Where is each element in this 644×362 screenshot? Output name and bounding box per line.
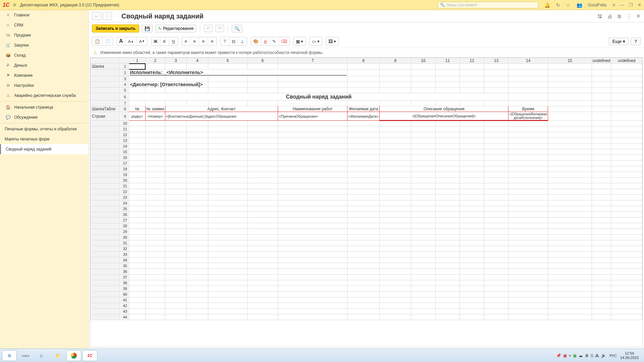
cell[interactable] [208,309,247,314]
clock[interactable]: 12:59 14.09.2023 [620,351,639,360]
cell[interactable] [460,138,484,143]
cell[interactable] [435,252,460,257]
cell[interactable] [186,314,208,320]
cell[interactable] [611,64,642,69]
save-close-button[interactable]: Записать и закрыть [92,24,139,33]
cell[interactable] [165,161,186,166]
cell[interactable] [278,240,347,246]
cell[interactable] [411,212,435,218]
cell[interactable] [592,280,611,286]
save-doc-icon[interactable]: 🖫 [597,13,602,19]
cell[interactable] [435,212,460,218]
cell[interactable] [435,206,460,212]
cell[interactable] [347,246,379,252]
cell[interactable] [347,64,379,69]
cell[interactable] [347,218,379,223]
cell[interactable] [411,172,435,178]
cell[interactable] [347,200,379,206]
cell[interactable] [208,138,247,143]
cell[interactable] [548,93,592,101]
row-number[interactable]: 3 [120,76,130,82]
row-number[interactable]: 41 [120,297,130,303]
cell[interactable] [165,240,186,246]
cell[interactable] [548,200,592,206]
cell[interactable] [548,275,592,280]
tray-icon[interactable]: 🖥 [585,353,589,358]
cell[interactable] [508,309,548,314]
cell[interactable] [435,183,460,189]
cell[interactable] [548,132,592,138]
kebab-icon[interactable]: ⋮ [627,13,632,19]
row-number[interactable]: 23 [120,195,130,200]
col-header[interactable]: 8 [347,58,379,64]
sidebar-item-settings[interactable]: ⚙Настройки [0,80,88,90]
cell[interactable] [347,166,379,172]
cell[interactable] [347,235,379,240]
cell[interactable] [208,269,247,275]
cell[interactable] [145,212,165,218]
cell[interactable] [460,82,484,87]
align-justify-button[interactable]: ≡ [208,37,217,45]
cell[interactable] [411,76,435,82]
cell[interactable] [145,257,165,263]
cell[interactable] [186,303,208,309]
cell[interactable] [129,218,145,223]
row-number[interactable]: 37 [120,275,130,280]
row-number[interactable]: 25 [120,206,130,212]
cell[interactable] [611,76,642,82]
history-icon[interactable]: ↻ [556,2,560,8]
cell[interactable] [278,292,347,297]
cell[interactable] [435,297,460,303]
cell[interactable] [278,161,347,166]
cell[interactable] [129,246,145,252]
cell[interactable] [129,121,145,126]
cell[interactable] [247,286,278,292]
cell[interactable] [435,240,460,246]
cell[interactable] [347,223,379,229]
cell[interactable] [611,166,642,172]
cell[interactable] [247,143,278,149]
cell[interactable] [611,149,642,155]
cell[interactable] [165,263,186,269]
cell[interactable] [592,112,611,121]
cell[interactable] [380,138,411,143]
cell[interactable] [347,280,379,286]
col-header[interactable]: 2 [145,58,165,64]
cell[interactable] [508,235,548,240]
cell[interactable] [592,309,611,314]
cell[interactable] [186,212,208,218]
cell[interactable] [129,280,145,286]
sidebar-item-warehouse[interactable]: 📦Склад [0,50,88,60]
cell[interactable] [460,206,484,212]
row-number[interactable]: 1 [120,64,130,69]
cell[interactable] [145,64,165,69]
cell[interactable] [145,263,165,269]
cell[interactable] [508,166,548,172]
cell[interactable] [435,76,460,82]
cell[interactable] [460,189,484,195]
cell[interactable] [347,172,379,178]
cell[interactable] [247,263,278,269]
cell[interactable] [411,292,435,297]
cell[interactable] [460,178,484,183]
cell[interactable] [247,309,278,314]
cell[interactable] [611,218,642,223]
cell[interactable] [380,126,411,132]
cell[interactable] [347,229,379,235]
region-label[interactable] [91,303,120,309]
cell[interactable] [435,200,460,206]
cell[interactable] [165,172,186,178]
cell[interactable] [548,314,592,320]
cell[interactable] [484,303,508,309]
cell[interactable] [411,121,435,126]
cell[interactable] [484,126,508,132]
cell[interactable] [592,195,611,200]
cell[interactable] [208,280,247,286]
row-number[interactable]: 16 [120,155,130,161]
cell[interactable] [380,269,411,275]
cell[interactable] [548,257,592,263]
cell[interactable] [278,314,347,320]
cell[interactable] [484,155,508,161]
cell[interactable] [208,223,247,229]
cell[interactable] [208,292,247,297]
